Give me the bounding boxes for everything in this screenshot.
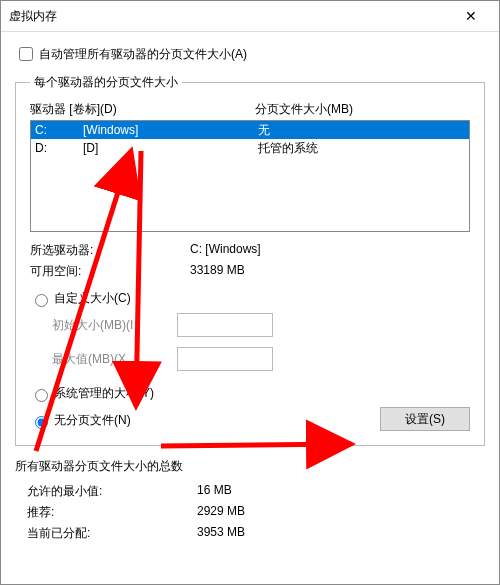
radio-custom-label: 自定义大小(C)	[54, 290, 131, 307]
initial-size-input	[177, 313, 273, 337]
radio-custom-size[interactable]: 自定义大小(C)	[30, 290, 470, 307]
radio-none-label: 无分页文件(N)	[54, 412, 131, 429]
header-paging: 分页文件大小(MB)	[255, 101, 470, 118]
list-item[interactable]: D: [D] 托管的系统	[31, 139, 469, 157]
available-space-label: 可用空间:	[30, 263, 190, 280]
header-drive: 驱动器 [卷标](D)	[30, 101, 255, 118]
auto-manage-checkbox[interactable]: 自动管理所有驱动器的分页文件大小(A)	[15, 44, 485, 64]
per-drive-legend: 每个驱动器的分页文件大小	[30, 74, 182, 91]
drive-list[interactable]: C: [Windows] 无 D: [D] 托管的系统	[30, 120, 470, 232]
auto-manage-input[interactable]	[19, 47, 33, 61]
totals-title: 所有驱动器分页文件大小的总数	[15, 458, 485, 475]
currently-allocated-label: 当前已分配:	[27, 525, 197, 542]
recommended-label: 推荐:	[27, 504, 197, 521]
drive-letter: C:	[35, 121, 83, 139]
radio-system-label: 系统管理的大小(Y)	[54, 385, 154, 402]
auto-manage-label: 自动管理所有驱动器的分页文件大小(A)	[39, 46, 247, 63]
drive-letter: D:	[35, 139, 83, 157]
virtual-memory-dialog: 虚拟内存 ✕ 自动管理所有驱动器的分页文件大小(A) 每个驱动器的分页文件大小 …	[0, 0, 500, 585]
list-item[interactable]: C: [Windows] 无	[31, 121, 469, 139]
drive-volume: [D]	[83, 139, 258, 157]
max-size-label: 最大值(MB)(X	[52, 351, 177, 368]
radio-system-managed[interactable]: 系统管理的大小(Y)	[30, 385, 470, 402]
min-allowed-label: 允许的最小值:	[27, 483, 197, 500]
selected-drive-value: C: [Windows]	[190, 242, 470, 259]
per-drive-group: 每个驱动器的分页文件大小 驱动器 [卷标](D) 分页文件大小(MB) C: […	[15, 74, 485, 446]
drive-paging: 无	[258, 121, 465, 139]
min-allowed-value: 16 MB	[197, 483, 232, 500]
currently-allocated-value: 3953 MB	[197, 525, 245, 542]
initial-size-label: 初始大小(MB)(I	[52, 317, 177, 334]
dialog-body: 自动管理所有驱动器的分页文件大小(A) 每个驱动器的分页文件大小 驱动器 [卷标…	[1, 32, 499, 584]
titlebar: 虚拟内存 ✕	[1, 1, 499, 32]
list-header: 驱动器 [卷标](D) 分页文件大小(MB)	[30, 101, 470, 118]
radio-custom-input[interactable]	[35, 294, 48, 307]
radio-none-input[interactable]	[35, 416, 48, 429]
radio-system-input[interactable]	[35, 389, 48, 402]
recommended-value: 2929 MB	[197, 504, 245, 521]
available-space-value: 33189 MB	[190, 263, 470, 280]
drive-volume: [Windows]	[83, 121, 258, 139]
set-button[interactable]: 设置(S)	[380, 407, 470, 431]
drive-paging: 托管的系统	[258, 139, 465, 157]
max-size-input	[177, 347, 273, 371]
close-icon[interactable]: ✕	[451, 8, 491, 24]
selected-drive-label: 所选驱动器:	[30, 242, 190, 259]
window-title: 虚拟内存	[9, 8, 57, 25]
